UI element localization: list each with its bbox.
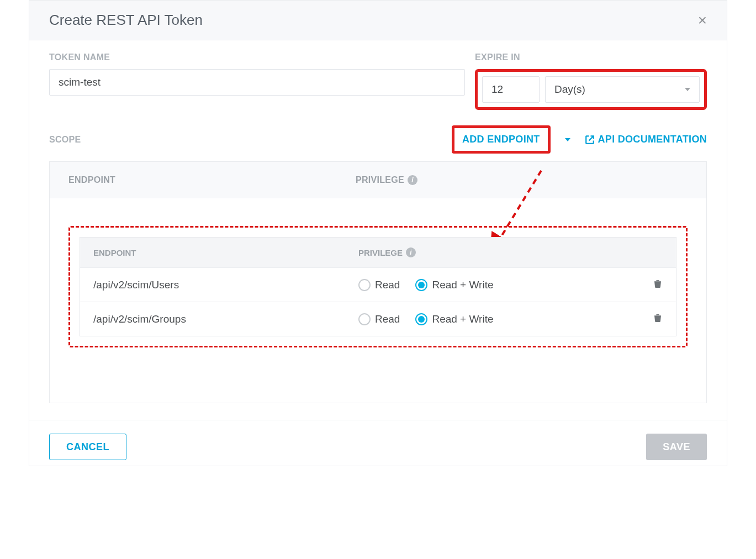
create-token-dialog: Create REST API Token × TOKEN NAME EXPIR… <box>29 0 727 466</box>
column-header-privilege: PRIVILEGE i <box>356 175 417 185</box>
delete-endpoint-button[interactable] <box>641 278 663 292</box>
form-row: TOKEN NAME EXPIRE IN Day(s) <box>49 52 707 110</box>
dialog-title: Create REST API Token <box>49 12 203 29</box>
expire-block: EXPIRE IN Day(s) <box>475 52 707 110</box>
endpoint-privilege-group: Read Read + Write <box>358 279 641 291</box>
privilege-readwrite-label: Read + Write <box>432 313 493 325</box>
privilege-readwrite-radio[interactable]: Read + Write <box>415 279 493 291</box>
trash-icon <box>653 312 663 323</box>
cancel-button[interactable]: CANCEL <box>49 434 126 460</box>
expire-value-input[interactable] <box>482 76 540 103</box>
token-name-input[interactable] <box>49 69 465 96</box>
endpoint-path: /api/v2/scim/Users <box>93 279 358 291</box>
inner-header-endpoint: ENDPOINT <box>93 248 358 257</box>
add-endpoint-label: ADD ENDPOINT <box>462 134 540 145</box>
expire-unit-value: Day(s) <box>554 83 585 96</box>
chevron-down-icon[interactable] <box>565 138 570 141</box>
api-documentation-link[interactable]: API DOCUMENTATION <box>585 134 707 145</box>
scope-bar: SCOPE ADD ENDPOINT API DOCUMENTATION <box>49 125 707 154</box>
endpoint-row: /api/v2/scim/Groups Read Read + Write <box>80 302 676 336</box>
endpoint-privilege-group: Read Read + Write <box>358 313 641 325</box>
scope-content: ENDPOINT PRIVILEGE i /api/v2/scim/Users <box>50 198 706 403</box>
privilege-read-radio[interactable]: Read <box>358 313 400 325</box>
token-name-block: TOKEN NAME <box>49 52 465 110</box>
scope-box: ENDPOINT PRIVILEGE i <box>49 161 707 403</box>
save-button[interactable]: SAVE <box>646 434 707 460</box>
privilege-readwrite-label: Read + Write <box>432 279 493 291</box>
privilege-read-radio[interactable]: Read <box>358 279 400 291</box>
token-name-label: TOKEN NAME <box>49 52 465 62</box>
privilege-read-label: Read <box>375 313 400 325</box>
dialog-header: Create REST API Token × <box>29 1 727 40</box>
privilege-read-label: Read <box>375 279 400 291</box>
dialog-footer: CANCEL SAVE <box>29 420 727 466</box>
expire-row-highlight: Day(s) <box>475 69 707 110</box>
delete-endpoint-button[interactable] <box>641 312 663 326</box>
info-icon[interactable]: i <box>406 247 416 257</box>
close-icon[interactable]: × <box>698 13 707 28</box>
column-header-privilege-text: PRIVILEGE <box>356 175 404 185</box>
dialog-body: TOKEN NAME EXPIRE IN Day(s) SCOPE <box>29 40 727 420</box>
endpoint-row: /api/v2/scim/Users Read Read + Write <box>80 267 676 302</box>
endpoint-table: ENDPOINT PRIVILEGE i /api/v2/scim/Users <box>80 237 676 336</box>
scope-table-header: ENDPOINT PRIVILEGE i <box>50 162 706 198</box>
info-icon[interactable]: i <box>408 175 417 185</box>
expire-unit-select[interactable]: Day(s) <box>545 76 700 103</box>
chevron-down-icon <box>685 88 690 91</box>
privilege-readwrite-radio[interactable]: Read + Write <box>415 313 493 325</box>
add-endpoint-highlight: ADD ENDPOINT <box>452 125 551 154</box>
inner-header-privilege: PRIVILEGE i <box>358 247 416 257</box>
scope-label: SCOPE <box>49 135 81 145</box>
external-link-icon <box>585 135 595 145</box>
add-endpoint-button[interactable]: ADD ENDPOINT <box>462 134 540 145</box>
scope-actions: ADD ENDPOINT API DOCUMENTATION <box>452 125 707 154</box>
api-documentation-label: API DOCUMENTATION <box>598 134 707 145</box>
expire-label: EXPIRE IN <box>475 52 707 62</box>
endpoint-table-header: ENDPOINT PRIVILEGE i <box>80 238 676 267</box>
column-header-endpoint: ENDPOINT <box>68 175 356 185</box>
endpoint-path: /api/v2/scim/Groups <box>93 313 358 325</box>
inner-header-privilege-text: PRIVILEGE <box>358 248 403 257</box>
trash-icon <box>653 278 663 289</box>
